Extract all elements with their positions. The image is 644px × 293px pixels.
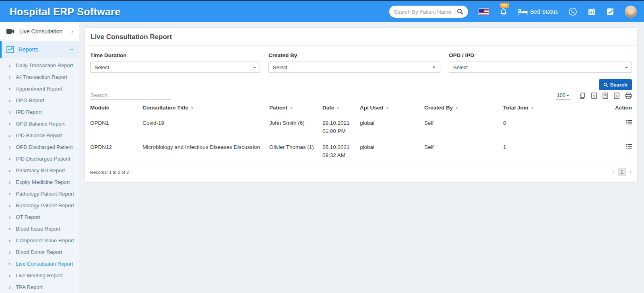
csv-export-icon[interactable] (603, 93, 608, 99)
sidebar-menu-item[interactable]: › Pharmacy Bill Report (0, 165, 79, 176)
sidebar-menu-item[interactable]: › OPD Balance Report (0, 118, 79, 130)
sidebar-menu-item[interactable]: › Live Consultation Report (0, 258, 79, 270)
sidebar-menu-item-label: Appointment Report (16, 86, 62, 92)
opd-ipd-value: Select (453, 64, 468, 70)
tasks-check-icon[interactable] (606, 8, 614, 16)
notification-count-badge: 591 (500, 3, 509, 8)
table-column-header[interactable]: Patient▼ (269, 101, 322, 115)
time-duration-value: Select (95, 64, 109, 70)
sidebar-menu-item-label: OPD Report (16, 97, 44, 103)
sidebar-menu-item[interactable]: › Pathology Patient Report (0, 188, 79, 200)
time-duration-select[interactable]: Select › (90, 62, 260, 73)
sidebar-menu-item[interactable]: › OPD Discharged Patient (0, 141, 79, 153)
pagination-page-1[interactable]: 1 (618, 168, 626, 176)
report-table: Module Consultation Title▼ Patient▼ Date… (90, 101, 633, 163)
pdf-export-icon[interactable]: A (614, 93, 619, 99)
app-title: Hospital ERP Software (10, 6, 120, 18)
sidebar-menu-item[interactable]: › Blood Issue Report (0, 223, 79, 235)
page-size-select[interactable]: 100 › (556, 91, 570, 100)
svg-text:A: A (615, 94, 618, 98)
sort-icon[interactable]: ▼ (455, 106, 459, 110)
sidebar-menu-item[interactable]: › Appointment Report (0, 83, 79, 95)
cell-api-used: global (360, 115, 424, 139)
report-card-body: Time Duration Select › Created By Select… (85, 46, 637, 182)
main-content: Live Consultation Report Time Duration S… (79, 22, 644, 293)
table-column-header[interactable]: Action (592, 101, 633, 115)
table-column-header[interactable]: Consultation Title▼ (142, 101, 269, 115)
chevron-down-icon[interactable]: › (69, 49, 76, 51)
sidebar-menu-item[interactable]: › IPD Discharged Patient (0, 153, 79, 165)
svg-text:x: x (593, 94, 595, 98)
page-size-value: 100 (557, 92, 566, 98)
sidebar-menu-item-label: Component Issue Report (16, 237, 74, 243)
page-title: Live Consultation Report (85, 28, 637, 46)
search-button[interactable]: Search (599, 79, 632, 90)
sidebar-module-label: Live Consultation (19, 28, 66, 35)
cell-date: 26.10.2021 09:32 AM (322, 139, 360, 163)
sidebar-menu-item[interactable]: › OPD Report (0, 95, 79, 106)
table-column-header[interactable]: Total Join▼ (503, 101, 592, 115)
print-icon[interactable] (625, 93, 632, 99)
sort-icon[interactable]: ▼ (530, 106, 535, 110)
table-search-input[interactable] (90, 91, 171, 100)
table-column-header[interactable]: Created By▼ (424, 101, 503, 115)
patient-search[interactable] (389, 6, 468, 18)
opd-ipd-select[interactable]: Select › (449, 62, 632, 73)
sidebar-menu-item-label: IPD Discharged Patient (16, 156, 70, 162)
sort-icon[interactable]: ▼ (190, 106, 194, 110)
sort-icon[interactable]: ▼ (289, 106, 293, 110)
excel-export-icon[interactable]: x (591, 93, 597, 99)
sidebar-menu-item[interactable]: › Daily Transaction Report (0, 60, 79, 71)
sidebar-menu-item[interactable]: › OT Report (0, 211, 79, 223)
sidebar-menu-item-label: OPD Balance Report (16, 121, 64, 127)
sidebar-menu-item[interactable]: › Radiology Patient Report (0, 200, 79, 211)
cell-consultation-title: Covid-19 (142, 115, 269, 139)
cell-module: OPDN1 (90, 115, 142, 139)
created-by-select[interactable]: Select ▼ (268, 62, 440, 73)
sidebar-menu-item[interactable]: › Component Issue Report (0, 235, 79, 246)
copy-icon[interactable] (579, 93, 586, 99)
chevron-right-icon: › (9, 97, 10, 103)
sort-icon[interactable]: ▼ (386, 106, 390, 110)
patient-search-input[interactable] (394, 9, 457, 15)
sidebar-collapse-icon[interactable]: ‹ (71, 28, 73, 35)
cell-consultation-title: Microbiology and Infectious Diseases Dis… (142, 139, 269, 163)
table-tools-row: 100 › x (90, 91, 632, 100)
chevron-right-icon: › (9, 132, 10, 138)
records-summary: Records: 1 to 2 of 2 (90, 170, 129, 175)
calendar-icon[interactable] (588, 8, 596, 16)
action-list-icon[interactable] (626, 144, 632, 149)
sidebar-section-reports[interactable]: Reports › (0, 41, 79, 58)
pagination-prev-icon[interactable]: ‹ (613, 169, 614, 175)
table-column-header[interactable]: Module (90, 101, 142, 115)
table-column-header[interactable]: Api Used▼ (360, 101, 424, 115)
chevron-right-icon: › (9, 74, 10, 80)
sidebar-menu-item-label: Live Meeting Report (16, 272, 62, 279)
sidebar-menu-item[interactable]: › IPD Balance Report (0, 130, 79, 141)
report-card: Live Consultation Report Time Duration S… (85, 27, 638, 183)
chevron-right-icon: › (9, 179, 10, 185)
chevron-right-icon: › (9, 156, 10, 162)
sidebar-menu-item[interactable]: › Blood Donor Report (0, 246, 79, 258)
sidebar-menu-item[interactable]: › Expiry Medicine Report (0, 176, 79, 188)
user-avatar[interactable] (625, 6, 637, 18)
table-column-header[interactable]: Date▼ (322, 101, 360, 115)
sidebar-module-header[interactable]: Live Consultation ‹ (0, 22, 79, 41)
time-value: 01:00 PM (322, 127, 357, 135)
sidebar-menu-item[interactable]: › All Transaction Report (0, 71, 79, 83)
table-header-row: Module Consultation Title▼ Patient▼ Date… (90, 101, 633, 115)
sidebar-menu-item[interactable]: › Live Meeting Report (0, 270, 79, 281)
whatsapp-icon[interactable] (568, 7, 577, 16)
sidebar-menu-item[interactable]: › IPD Report (0, 106, 79, 118)
sidebar-menu-item-label: IPD Balance Report (16, 132, 62, 138)
notifications-bell[interactable]: 591 (500, 8, 508, 16)
sort-icon[interactable]: ▼ (336, 106, 340, 110)
sidebar-menu-item-label: OPD Discharged Patient (16, 144, 73, 150)
language-flag-icon[interactable] (479, 8, 489, 15)
sidebar-menu-item[interactable]: › TPA Report (0, 281, 79, 293)
bed-status-button[interactable]: Bed Status (518, 8, 558, 15)
pagination-next-icon[interactable]: › (630, 169, 631, 175)
search-icon[interactable] (457, 8, 463, 15)
action-list-icon[interactable] (626, 120, 632, 125)
cell-total-join: 0 (503, 115, 592, 139)
